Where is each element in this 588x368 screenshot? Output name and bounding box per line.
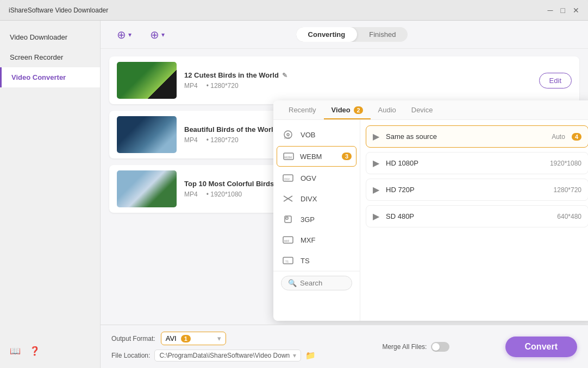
app-title: iShareSoftware Video Downloader [9,7,108,14]
video-meta-1: MP4 1280*720 [184,82,531,90]
search-box[interactable]: 🔍 [281,276,352,290]
quality-item-hd-720p[interactable]: ▶ HD 720P 1280*720 [366,179,588,201]
maximize-btn[interactable]: □ [561,6,565,15]
titlebar: iShareSoftware Video Downloader ─ □ ✕ [0,0,588,21]
svg-text:DVD: DVD [284,136,290,139]
file-location-row: File Location: C:\ProgramData\iShareSoft… [111,350,316,361]
add-video-btn[interactable]: ⊕ ▾ [111,25,137,45]
video-thumbnail-1 [117,62,177,99]
bottom-left: Output Format: AVI 1 ▾ File Location: C:… [111,332,316,361]
quality-item-hd-1080p[interactable]: ▶ HD 1080P 1920*1080 [366,152,588,174]
tab-converting[interactable]: Converting [296,27,358,42]
output-format-label: Output Format: [111,335,155,342]
quality-icon-1080p: ▶ [373,158,379,168]
quality-item-sd-480p[interactable]: ▶ SD 480P 640*480 [366,205,588,227]
quality-icon-480p: ▶ [373,211,379,221]
svg-text:TS: TS [285,261,289,263]
app-window: iShareSoftware Video Downloader ─ □ ✕ Vi… [0,0,588,368]
sidebar-item-screen-recorder[interactable]: Screen Recorder [0,47,100,67]
dropdown-tab-recently[interactable]: Recently [281,100,324,119]
video-thumbnail-2 [117,116,177,153]
dropdown-tab-device[interactable]: Device [404,100,441,119]
format-row: Output Format: AVI 1 ▾ [111,332,316,345]
file-path-dropdown-arrow: ▾ [293,352,296,359]
top-toolbar: ⊕ ▾ ⊕ ▾ Converting Finished [101,21,588,49]
book-icon[interactable]: 📖 [10,346,21,356]
merge-label: Merge All Files: [382,343,427,351]
format-dropdown: Recently Video 2 Audio Device [273,100,588,321]
search-section: 🔍 [273,271,360,296]
divx-icon [281,193,295,204]
svg-text:OGV: OGV [284,178,290,181]
folder-icon[interactable]: 📁 [305,351,316,360]
search-icon: 🔍 [288,279,297,287]
video-row: 12 Cutest Birds in the World ✎ MP4 1280*… [109,56,579,104]
camera-icon: ⊕ [150,28,159,41]
quality-list: ▶ Same as source Auto 4 ▶ HD 1080P 1920*… [360,120,588,321]
edit-btn-1[interactable]: Edit [539,73,572,88]
mxf-icon: MXF [281,234,295,245]
format-list: DVD VOB [273,120,360,321]
quality-icon-720p: ▶ [373,185,379,195]
svg-text:MXF: MXF [284,240,290,243]
add-video-dropdown-arrow: ▾ [128,31,132,39]
titlebar-controls: ─ □ ✕ [548,6,579,15]
ts-icon: TS [281,255,295,266]
convert-button[interactable]: Convert [505,337,577,357]
video-title-1: 12 Cutest Birds in the World ✎ [184,71,531,79]
video-tab-badge: 2 [354,106,362,114]
tab-switcher: Converting Finished [296,27,408,42]
sidebar-item-video-converter[interactable]: Video Converter [0,67,100,87]
merge-toggle[interactable] [431,342,449,352]
format-item-mxf[interactable]: MXF MXF [273,230,360,250]
tab-finished[interactable]: Finished [357,27,408,42]
format-item-webm[interactable]: WEBM WEBM 3 [277,146,356,167]
sidebar: Video Downloader Screen Recorder Video C… [0,21,101,368]
format-item-ogv[interactable]: OGV OGV [273,168,360,188]
quality-item-same-as-source[interactable]: ▶ Same as source Auto 4 [366,125,588,148]
format-dropdown-arrow: ▾ [217,334,221,342]
dropdown-tab-video[interactable]: Video 2 [324,100,371,119]
format-item-ts[interactable]: TS TS [273,250,360,271]
format-badge: 1 [181,335,191,342]
svg-text:WEBM: WEBM [284,156,292,159]
video-info-1: 12 Cutest Birds in the World ✎ MP4 1280*… [177,71,539,90]
merge-row: Merge All Files: [382,342,449,352]
3gp-icon [281,214,295,225]
camera-dropdown-arrow: ▾ [161,31,165,39]
title-edit-icon-1[interactable]: ✎ [282,72,287,79]
content-area: 12 Cutest Birds in the World ✎ MP4 1280*… [101,49,588,325]
file-location-label: File Location: [111,352,150,359]
sidebar-bottom: 📖 ❓ [0,340,100,361]
format-item-vob[interactable]: DVD VOB [273,124,360,145]
dropdown-tab-audio[interactable]: Audio [371,100,404,119]
format-item-3gp[interactable]: 3GP [273,209,360,230]
dvd-icon: DVD [281,129,295,140]
file-path-display[interactable]: C:\ProgramData\iShareSoftware\Video Down… [154,350,301,361]
dropdown-body: DVD VOB [273,120,588,321]
add-camera-btn[interactable]: ⊕ ▾ [145,25,170,45]
format-item-divx[interactable]: DIVX [273,188,360,209]
svg-rect-10 [286,217,288,219]
webm-icon: WEBM [282,151,296,162]
dropdown-tabs: Recently Video 2 Audio Device [273,100,588,120]
output-format-select[interactable]: AVI 1 ▾ [161,332,226,345]
main-content: ⊕ ▾ ⊕ ▾ Converting Finished [101,21,588,368]
minimize-btn[interactable]: ─ [548,6,553,15]
sidebar-item-video-downloader[interactable]: Video Downloader [0,27,100,47]
same-as-source-badge: 4 [572,133,581,141]
add-video-icon: ⊕ [117,28,126,41]
format-value: AVI [166,334,177,342]
question-icon[interactable]: ❓ [29,346,40,356]
video-thumbnail-3 [117,170,177,207]
toolbar-left: ⊕ ▾ ⊕ ▾ [111,25,170,45]
svg-point-1 [287,134,289,136]
close-btn[interactable]: ✕ [573,6,579,15]
bottom-bar: Output Format: AVI 1 ▾ File Location: C:… [101,325,588,368]
ogv-icon: OGV [281,173,295,183]
search-input[interactable] [300,279,360,287]
webm-badge: 3 [342,153,352,160]
app-body: Video Downloader Screen Recorder Video C… [0,21,588,368]
quality-icon-same: ▶ [373,131,379,142]
